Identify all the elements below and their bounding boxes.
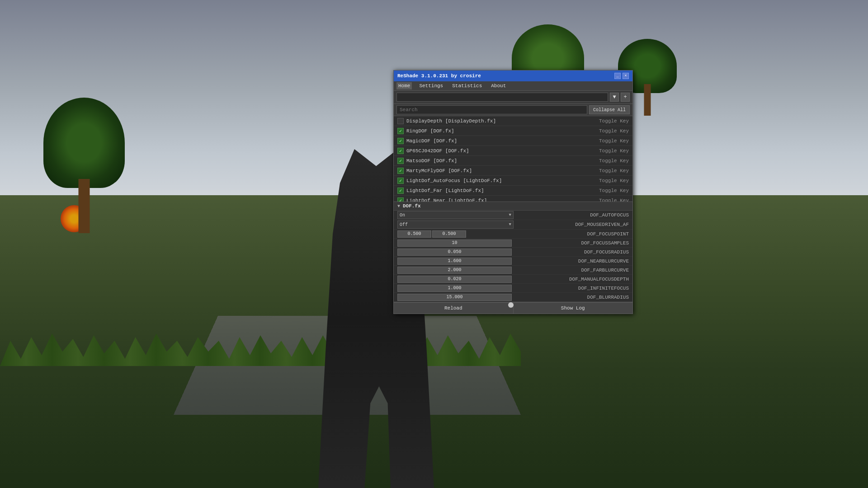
fx-item[interactable]: GP65CJ042DOF [DOF.fx]Toggle Key (394, 146, 632, 156)
param-name-label: DOF_FOCUSSAMPLES (512, 240, 629, 246)
param-name-label: DOF_BLURRADIUS (512, 295, 629, 300)
fx-toggle-key[interactable]: Toggle Key (599, 148, 629, 154)
fx-name: LightDof_AutoFocus [LightDoF.fx] (406, 178, 599, 183)
fx-toggle-key[interactable]: Toggle Key (599, 138, 629, 144)
fx-name: GP65CJ042DOF [DOF.fx] (406, 148, 599, 154)
collapse-all-button[interactable]: Collapse All (589, 105, 630, 114)
param-row-focuspoint: 0.5000.500DOF_FOCUSPOINT (394, 230, 632, 239)
param-row-infinitefocus: 1.000DOF_INFINITEFOCUS (394, 284, 632, 293)
param-row-farblurcurve: 2.000DOF_FARBLURCURVE (394, 266, 632, 275)
search-input[interactable] (396, 105, 587, 114)
param-slider-blurradius[interactable]: 15.000 (397, 294, 512, 301)
fx-toggle-key[interactable]: Toggle Key (599, 128, 629, 134)
param-row-autofocus: On▼DOF_AUTOFOCUS (394, 211, 632, 220)
fx-name: LightDof_Far [LightDoF.fx] (406, 188, 599, 193)
param-row-mousedriven: Off▼DOF_MOUSEDRIVEN_AF (394, 220, 632, 230)
search-row: Collapse All (394, 104, 632, 116)
fx-item[interactable]: RingDOF [DOF.fx]Toggle Key (394, 126, 632, 136)
fx-checkbox[interactable] (397, 178, 404, 184)
preset-input[interactable] (396, 93, 608, 102)
param-row-blurradius: 15.000DOF_BLURRADIUS (394, 293, 632, 302)
reshade-titlebar: ReShade 3.1.0.231 by crosire _ × (394, 70, 632, 81)
show-log-button[interactable]: Show Log (514, 303, 633, 314)
fx-toggle-key[interactable]: Toggle Key (599, 198, 629, 202)
param-slider-infinitefocus[interactable]: 1.000 (397, 285, 512, 292)
fx-name: MartyMcFlyDOF [DOF.fx] (406, 168, 599, 174)
fx-checkbox[interactable] (397, 188, 404, 194)
param-name-label: DOF_MOUSEDRIVEN_AF (514, 222, 629, 227)
fx-checkbox[interactable] (397, 197, 404, 202)
menu-item-home[interactable]: Home (396, 82, 412, 89)
tree-1-trunk (79, 179, 90, 233)
dof-params: On▼DOF_AUTOFOCUSOff▼DOF_MOUSEDRIVEN_AF0.… (394, 211, 632, 302)
fx-checkbox[interactable] (397, 158, 404, 164)
reshade-menubar: HomeSettingsStatisticsAbout (394, 81, 632, 91)
fx-checkbox[interactable] (397, 138, 404, 144)
dropdown-arrow-icon: ▼ (509, 213, 511, 217)
param-dropdown-autofocus[interactable]: On▼ (397, 211, 514, 219)
fx-item[interactable]: LightDof_Near [LightDoF.fx]Toggle Key (394, 196, 632, 202)
dropdown-arrow-button[interactable]: ▼ (610, 93, 619, 102)
dropdown-arrow-icon: ▼ (509, 222, 511, 227)
param-name-label: DOF_FOCUSPOINT (511, 231, 629, 237)
param-row-focusradius: 0.050DOF_FOCUSRADIUS (394, 248, 632, 257)
minimize-button[interactable]: _ (614, 73, 621, 79)
fx-list: DisplayDepth [DisplayDepth.fx]Toggle Key… (394, 116, 632, 202)
param-name-label: DOF_FOCUSRADIUS (512, 249, 629, 255)
param-slider-y[interactable]: 0.500 (432, 230, 466, 238)
param-dropdown-label: Off (400, 222, 415, 227)
param-name-label: DOF_AUTOFOCUS (514, 212, 629, 218)
fx-checkbox[interactable] (397, 128, 404, 134)
fx-item[interactable]: LightDof_Far [LightDoF.fx]Toggle Key (394, 186, 632, 196)
reshade-title: ReShade 3.1.0.231 by crosire (397, 73, 481, 79)
fx-toggle-key[interactable]: Toggle Key (599, 168, 629, 174)
reload-button[interactable]: Reload (394, 303, 514, 314)
param-dropdown-label: On (400, 213, 415, 218)
fx-checkbox[interactable] (397, 148, 404, 154)
bottom-buttons: Reload Show Log (394, 302, 632, 314)
fx-name: RingDOF [DOF.fx] (406, 128, 599, 134)
param-row-nearblurcurve: 1.600DOF_NEARBLURCURVE (394, 257, 632, 266)
menu-item-statistics[interactable]: Statistics (450, 82, 484, 89)
fx-item[interactable]: MatsoDOF [DOF.fx]Toggle Key (394, 156, 632, 166)
dof-section-header[interactable]: ▼ DOF.fx (394, 202, 632, 211)
fx-toggle-key[interactable]: Toggle Key (599, 188, 629, 193)
param-slider-focusradius[interactable]: 0.050 (397, 249, 512, 256)
tree-1 (43, 98, 125, 233)
fx-name: MagicDOF [DOF.fx] (406, 138, 599, 144)
fx-name: DisplayDepth [DisplayDepth.fx] (406, 118, 599, 124)
fx-toggle-key[interactable]: Toggle Key (599, 178, 629, 183)
close-button[interactable]: × (623, 73, 629, 79)
fx-checkbox[interactable] (397, 118, 404, 124)
param-dropdown-mousedriven[interactable]: Off▼ (397, 221, 514, 229)
reshade-panel: ReShade 3.1.0.231 by crosire _ × HomeSet… (393, 70, 633, 314)
add-preset-button[interactable]: + (621, 93, 630, 102)
fx-toggle-key[interactable]: Toggle Key (599, 158, 629, 164)
fx-checkbox[interactable] (397, 168, 404, 174)
param-slider-manualfocusdepth[interactable]: 0.020 (397, 276, 512, 283)
param-slider-farblurcurve[interactable]: 2.000 (397, 267, 512, 274)
fx-toggle-key[interactable]: Toggle Key (599, 118, 629, 124)
param-name-label: DOF_FARBLURCURVE (512, 267, 629, 273)
fx-item[interactable]: MagicDOF [DOF.fx]Toggle Key (394, 136, 632, 146)
param-slider-x[interactable]: 0.500 (397, 230, 431, 238)
param-slider-focussamples[interactable]: 10 (397, 239, 512, 247)
menu-item-about[interactable]: About (489, 82, 508, 89)
fx-item[interactable]: DisplayDepth [DisplayDepth.fx]Toggle Key (394, 116, 632, 126)
param-slider-nearblurcurve[interactable]: 1.600 (397, 258, 512, 265)
param-dual-slider-wrap: 0.5000.500 (397, 230, 511, 238)
fx-name: MatsoDOF [DOF.fx] (406, 158, 599, 164)
menu-item-settings[interactable]: Settings (417, 82, 445, 89)
param-name-label: DOF_INFINITEFOCUS (512, 286, 629, 291)
fx-name: LightDof_Near [LightDoF.fx] (406, 198, 599, 202)
param-name-label: DOF_NEARBLURCURVE (512, 258, 629, 264)
collapse-arrow-icon: ▼ (397, 204, 400, 209)
reshade-toolbar: ▼ + (394, 91, 632, 104)
fx-item[interactable]: LightDof_AutoFocus [LightDoF.fx]Toggle K… (394, 176, 632, 186)
param-row-focussamples: 10DOF_FOCUSSAMPLES (394, 239, 632, 248)
fx-item[interactable]: MartyMcFlyDOF [DOF.fx]Toggle Key (394, 166, 632, 176)
titlebar-controls: _ × (614, 73, 629, 79)
dof-section: ▼ DOF.fx On▼DOF_AUTOFOCUSOff▼DOF_MOUSEDR… (394, 202, 632, 302)
param-row-manualfocusdepth: 0.020DOF_MANUALFOCUSDEPTH (394, 275, 632, 284)
param-name-label: DOF_MANUALFOCUSDEPTH (512, 277, 629, 282)
